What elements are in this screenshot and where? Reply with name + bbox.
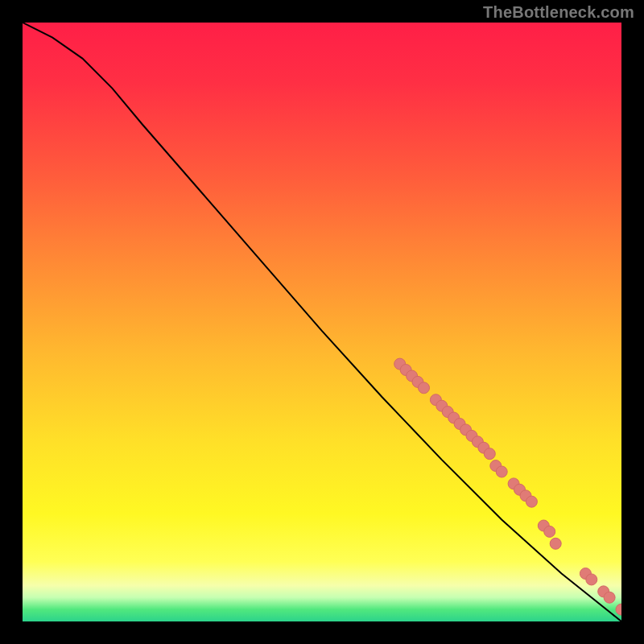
chart-overlay-svg	[23, 23, 621, 621]
plot-area	[23, 23, 621, 621]
data-point	[544, 526, 555, 537]
data-point	[616, 604, 621, 615]
data-point	[586, 574, 597, 585]
chart-container: TheBottleneck.com	[0, 0, 644, 644]
data-point	[496, 466, 507, 477]
data-point	[604, 592, 615, 603]
data-point	[484, 448, 495, 460]
attribution-label: TheBottleneck.com	[483, 3, 634, 22]
data-point	[526, 496, 537, 507]
data-point	[419, 382, 430, 394]
data-point	[550, 538, 561, 549]
curve-line	[23, 23, 621, 621]
